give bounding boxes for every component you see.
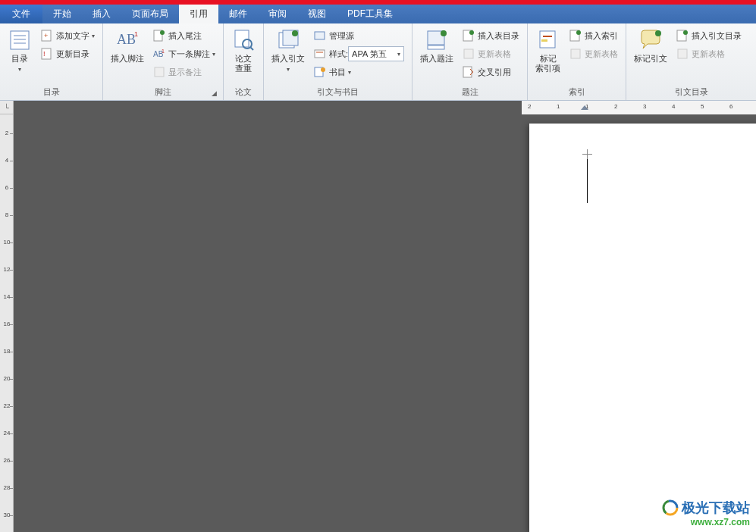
chevron-down-icon: ▾	[348, 69, 351, 76]
insert-index-icon	[569, 30, 582, 42]
footnotes-launcher[interactable]: ◢	[212, 89, 221, 99]
update-toa-button[interactable]: 更新表格	[673, 45, 745, 62]
paper-check-label: 论文 查重	[235, 54, 252, 74]
svg-rect-38	[571, 49, 580, 58]
add-text-icon: +	[41, 30, 53, 42]
tab-layout[interactable]: 页面布局	[121, 5, 179, 23]
paper-check-button[interactable]: 论文 查重	[227, 26, 260, 74]
svg-rect-31	[464, 49, 473, 58]
ribbon-tabbar: 文件 开始 插入 页面布局 引用 邮件 审阅 视图 PDF工具集	[0, 5, 756, 23]
insert-toa-label: 插入引文目录	[692, 30, 742, 42]
hruler-tick: 6	[729, 103, 732, 110]
insert-caption-button[interactable]: 插入题注	[416, 26, 458, 64]
footnote-icon: AB1	[115, 28, 140, 52]
bibliography-button[interactable]: 书目 ▾	[311, 64, 407, 80]
vruler-tick: 30	[2, 512, 12, 518]
insert-toa-icon	[676, 30, 689, 42]
vruler-tick: 2	[2, 130, 12, 136]
add-text-label: 添加文字	[56, 30, 89, 42]
tab-home[interactable]: 开始	[42, 5, 82, 23]
vruler-tick: 16	[2, 321, 12, 327]
vruler-tick: 6	[2, 184, 12, 191]
chevron-down-icon: ▾	[212, 51, 215, 58]
tof-icon	[463, 30, 475, 42]
insert-index-button[interactable]: 插入索引	[566, 27, 621, 44]
mark-citation-button[interactable]: 标记引文	[629, 26, 672, 64]
tab-pdf[interactable]: PDF工具集	[337, 5, 403, 23]
svg-point-28	[441, 30, 447, 36]
tab-references[interactable]: 引用	[179, 5, 218, 23]
tab-view[interactable]: 视图	[297, 5, 337, 23]
tab-file[interactable]: 文件	[0, 5, 42, 23]
group-index: 标记 索引项 插入索引 更新表格 索引	[528, 23, 626, 100]
citation-icon	[276, 28, 300, 52]
update-table-icon	[463, 48, 475, 60]
insert-citation-label: 插入引文▾	[271, 54, 305, 74]
manage-sources-label: 管理源	[329, 30, 354, 42]
insert-footnote-label: 插入脚注	[111, 54, 144, 64]
group-citations: 插入引文▾ 管理源 样式: APA 第五 ▾ 书目	[264, 23, 413, 100]
add-text-button[interactable]: + 添加文字 ▾	[38, 27, 98, 44]
update-captions-table-button[interactable]: 更新表格	[460, 45, 522, 62]
insert-citation-button[interactable]: 插入引文▾	[267, 26, 309, 74]
show-notes-button[interactable]: 显示备注	[150, 64, 218, 80]
next-footnote-label: 下一条脚注	[168, 49, 210, 60]
insert-tof-label: 插入表目录	[478, 30, 519, 42]
horizontal-ruler: 21123456	[522, 101, 756, 114]
document-canvas[interactable]: 21123456	[14, 101, 756, 532]
svg-point-39	[655, 30, 661, 36]
tab-mail[interactable]: 邮件	[218, 5, 258, 23]
mark-index-label: 标记 索引项	[535, 54, 560, 74]
chevron-down-icon: ▾	[92, 33, 95, 39]
tab-review[interactable]: 审阅	[258, 5, 297, 23]
update-index-icon	[569, 48, 582, 60]
update-toc-icon: !	[41, 48, 53, 60]
hruler-tick: 5	[701, 103, 704, 110]
toc-button[interactable]: 目录▾	[3, 26, 36, 74]
tab-insert[interactable]: 插入	[82, 5, 121, 23]
cursor-cross-icon	[582, 154, 592, 155]
group-captions: 插入题注 插入表目录 更新表格 交叉引用 题注	[413, 23, 528, 100]
cross-ref-label: 交叉引用	[478, 67, 511, 78]
vruler-tick: 14	[2, 293, 12, 300]
update-index-label: 更新表格	[585, 49, 618, 60]
vruler-tick: 12	[2, 266, 12, 273]
group-label-footnotes: 脚注	[106, 85, 220, 100]
vertical-ruler: └ 24681012141618202224262830	[0, 101, 14, 532]
chevron-down-icon: ▾	[397, 51, 400, 58]
update-toc-button[interactable]: ! 更新目录	[38, 45, 98, 62]
next-footnote-icon: AB1	[153, 48, 165, 60]
update-toa-icon	[676, 48, 689, 60]
svg-rect-21	[315, 32, 325, 39]
cross-reference-button[interactable]: 交叉引用	[460, 64, 522, 80]
show-notes-label: 显示备注	[168, 67, 202, 78]
watermark-url: www.xz7.com	[662, 517, 750, 527]
next-footnote-button[interactable]: AB1 下一条脚注 ▾	[150, 45, 218, 62]
watermark: 极光下载站 www.xz7.com	[662, 499, 750, 527]
svg-rect-14	[155, 67, 164, 77]
vruler-tick: 18	[2, 348, 12, 355]
style-icon	[314, 48, 326, 60]
insert-footnote-button[interactable]: AB1 插入脚注	[106, 26, 149, 64]
group-toa: 标记引文 插入引文目录 更新表格 引文目录	[626, 23, 756, 100]
vruler-tick: 26	[2, 457, 12, 464]
svg-rect-32	[463, 67, 472, 77]
svg-rect-35	[541, 39, 547, 42]
watermark-name: 极光下载站	[682, 499, 750, 517]
ruler-corner[interactable]: └	[0, 101, 13, 114]
svg-point-20	[292, 30, 298, 36]
insert-tof-button[interactable]: 插入表目录	[460, 27, 522, 44]
cross-ref-icon	[463, 66, 475, 78]
insert-caption-label: 插入题注	[420, 54, 453, 64]
svg-text:1: 1	[134, 30, 138, 38]
svg-point-37	[576, 30, 581, 35]
insert-endnote-button[interactable]: 插入尾注	[150, 27, 218, 44]
insert-toa-button[interactable]: 插入引文目录	[673, 27, 745, 44]
toc-icon	[8, 28, 32, 52]
bibliography-label: 书目	[329, 67, 346, 78]
manage-sources-button[interactable]: 管理源	[311, 27, 407, 44]
citation-style-select[interactable]: APA 第五 ▾	[348, 46, 404, 61]
document-page[interactable]	[529, 124, 756, 532]
mark-index-entry-button[interactable]: 标记 索引项	[531, 26, 565, 74]
update-index-button[interactable]: 更新表格	[566, 45, 621, 62]
